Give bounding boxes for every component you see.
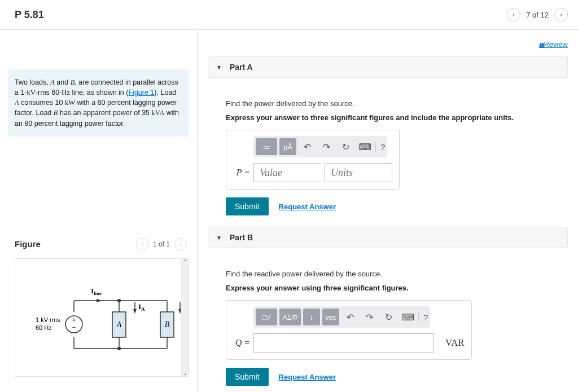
part-a-answer-box: ▭ μÅ ↶ ↷ ↻ ⌨ ? P = [226,130,400,190]
keyboard-icon[interactable]: ⌨ [399,309,416,325]
svg-text:1 kV rms: 1 kV rms [36,316,60,323]
part-b-submit-button[interactable]: Submit [226,368,269,386]
figure-canvas: + − 1 kV rms 60 Hz A B Iline IA [15,258,189,377]
page-title: P 5.81 [15,9,44,21]
svg-marker-22 [133,309,137,314]
redo-icon[interactable]: ↷ [361,309,378,325]
part-b-title: Part B [230,233,253,242]
fraction-icon[interactable]: □√ [256,309,277,325]
template-icon[interactable]: ▭ [256,138,277,155]
figure-scrollbar[interactable] [181,259,189,376]
svg-point-18 [117,347,121,350]
reset-icon[interactable]: ↻ [337,138,354,155]
undo-icon[interactable]: ↶ [299,138,316,155]
help-icon[interactable]: ? [418,312,428,322]
redo-icon[interactable]: ↷ [318,138,335,155]
figure-count: 1 of 1 [153,240,170,248]
next-problem-button[interactable]: › [554,8,568,21]
svg-text:+: + [72,316,75,323]
problem-position: 7 of 12 [526,11,549,19]
part-a-units-input[interactable] [325,163,392,182]
svg-marker-19 [97,299,102,302]
problem-nav: ‹ 7 of 12 › [507,8,568,21]
part-b-prompt: Find the reactive power delivered by the… [226,270,550,278]
undo-icon[interactable]: ↶ [341,309,358,325]
figure-next-button[interactable]: › [174,238,187,250]
prev-problem-button[interactable]: ‹ [507,8,520,21]
figure-prev-button[interactable]: ‹ [136,238,148,250]
part-b-toolbar: □√ ΑΣΦ ↕ vec ↶ ↷ ↻ ⌨ ? [253,306,430,328]
part-b-value-input[interactable] [253,333,434,353]
part-b-var: Q = [233,338,250,348]
svg-point-17 [117,299,121,302]
svg-text:60 Hz: 60 Hz [36,324,52,331]
part-a-toolbar: ▭ μÅ ↶ ↷ ↻ ⌨ ? [253,136,387,157]
part-b-instruction: Express your answer using three signific… [226,284,550,292]
part-a-prompt: Find the power delivered by the source. [226,99,550,108]
part-a: ▼ Part A [208,56,568,78]
page-header: P 5.81 ‹ 7 of 12 › [0,0,578,30]
figure-header: Figure ‹ 1 of 1 › [0,238,197,250]
help-icon[interactable]: ? [375,142,385,152]
greek-icon[interactable]: ΑΣΦ [279,309,301,325]
review-link[interactable]: Review [539,40,568,49]
part-b: ▼ Part B [208,227,568,248]
format-icon[interactable]: μÅ [279,138,296,155]
svg-text:Iline: Iline [91,287,102,296]
part-b-unit: VAR [445,337,465,349]
figure-nav: ‹ 1 of 1 › [136,238,187,250]
figure-title: Figure [15,239,41,249]
part-b-header[interactable]: ▼ Part B [208,227,567,248]
vector-icon[interactable]: vec [322,309,339,325]
right-panel: Review ▼ Part A Find the power delivered… [198,30,578,392]
left-panel: Two loads, A and B, are connected in par… [0,30,198,392]
part-b-answer-box: □√ ΑΣΦ ↕ vec ↶ ↷ ↻ ⌨ ? Q = VAR [226,300,472,360]
part-b-request-answer[interactable]: Request Answer [279,373,336,381]
part-a-request-answer[interactable]: Request Answer [279,202,336,211]
problem-statement: Two loads, A and B, are connected in par… [8,69,189,136]
svg-text:A: A [116,320,121,329]
svg-text:IA: IA [138,302,145,312]
circuit-diagram: + − 1 kV rms 60 Hz A B Iline IA [23,270,181,365]
part-a-header[interactable]: ▼ Part A [208,57,567,77]
part-a-submit-button[interactable]: Submit [226,197,269,215]
subscript-icon[interactable]: ↕ [303,309,320,325]
part-a-value-input[interactable] [253,163,321,182]
part-a-instruction: Express your answer to three significant… [226,113,550,122]
part-a-var: P = [233,168,250,178]
svg-text:B: B [164,320,169,329]
keyboard-icon[interactable]: ⌨ [356,138,373,155]
collapse-icon: ▼ [216,64,222,71]
part-a-title: Part A [230,63,253,72]
svg-text:−: − [72,324,75,331]
collapse-icon: ▼ [216,235,222,241]
reset-icon[interactable]: ↻ [380,309,397,325]
figure-link[interactable]: Figure 1 [128,89,154,96]
